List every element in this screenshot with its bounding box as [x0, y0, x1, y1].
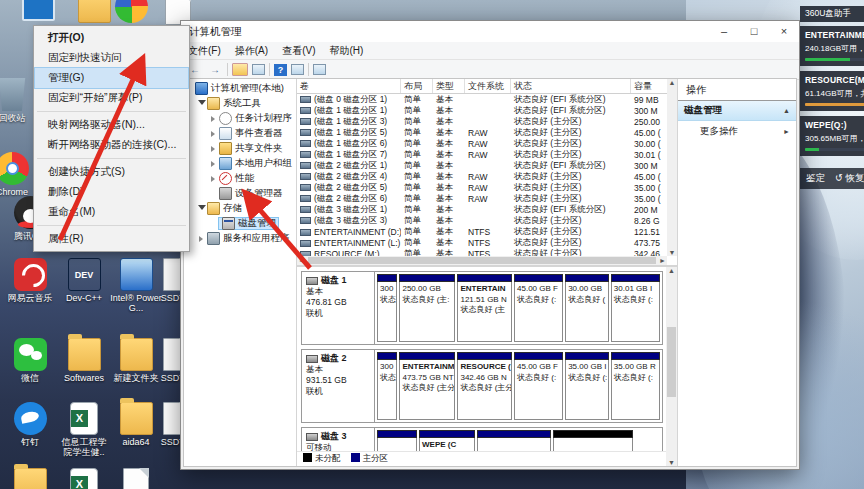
desktop-icon[interactable]: [105, 0, 157, 25]
disk-partition[interactable]: 45.00 GB F状态良好 (:: [514, 352, 563, 420]
disk-partition[interactable]: 250.00 GB状态良好 (主:: [399, 274, 455, 342]
column-header[interactable]: 状态: [511, 79, 631, 93]
disk-vertical-scrollbar[interactable]: ▲▼: [666, 267, 677, 466]
volume-row[interactable]: ENTERTAINMENT (D:)简单基本NTFS状态良好 (主分区)121.…: [297, 226, 677, 237]
disk-partition[interactable]: ENTERTAINM473.75 GB NT状态良好 (主分: [399, 352, 455, 420]
tree-item[interactable]: 存储: [184, 201, 296, 216]
menu-item[interactable]: 删除(D): [35, 182, 188, 202]
desktop-icon[interactable]: 微信: [4, 338, 56, 383]
column-header[interactable]: 卷: [297, 79, 401, 93]
volume-row[interactable]: (磁盘 1 磁盘分区 6)简单基本RAW状态良好 (主分区)30.00 (: [297, 138, 677, 149]
tree-expander-icon[interactable]: [198, 233, 206, 244]
menu-item[interactable]: 固定到“开始”屏幕(P): [35, 88, 188, 108]
tree-item[interactable]: 设备管理器: [184, 186, 296, 201]
volume-horizontal-scrollbar[interactable]: ◄►: [297, 256, 667, 265]
volume-row[interactable]: (磁盘 2 磁盘分区 4)简单基本RAW状态良好 (主分区)45.00 (: [297, 171, 677, 182]
volume-row[interactable]: (磁盘 2 磁盘分区 6)简单基本RAW状态良好 (主分区)35.00 (: [297, 193, 677, 204]
appraise-button[interactable]: 鉴定: [806, 172, 825, 185]
tree-expander-icon[interactable]: [210, 128, 218, 139]
disk-partition[interactable]: 35.00 GB I状态良好 (:: [565, 352, 609, 420]
menu-item[interactable]: 创建快捷方式(S): [35, 162, 188, 182]
desktop-icon[interactable]: [12, 0, 64, 23]
volume-row[interactable]: (磁盘 2 磁盘分区 5)简单基本RAW状态良好 (主分区)35.00 (: [297, 182, 677, 193]
window-view-icon-2[interactable]: [291, 64, 304, 75]
disk-row[interactable]: 磁盘 1基本476.81 GB联机300状态250.00 GB状态良好 (主:E…: [301, 271, 663, 345]
volume-list-panel: 卷布局类型文件系统状态容量 (磁盘 0 磁盘分区 1)简单基本状态良好 (EFI…: [297, 79, 677, 267]
restore-button[interactable]: ↺ 恢复: [835, 172, 864, 185]
desktop-icon[interactable]: DEVDev-C++: [58, 258, 110, 303]
menu-v[interactable]: 查看(V): [275, 42, 322, 60]
maximize-button[interactable]: □: [739, 21, 769, 42]
desktop-icon[interactable]: [4, 468, 56, 489]
tree-item[interactable]: 任务计划程序: [184, 111, 296, 126]
disk-partition[interactable]: RESOURCE (342.46 GB N状态良好 (主分: [457, 352, 512, 420]
volume-row[interactable]: (磁盘 3 磁盘分区 1)简单基本状态良好 (EFI 系统分区)200 M: [297, 204, 677, 215]
tree-item[interactable]: 服务和应用程序: [184, 231, 296, 246]
open-folder-icon[interactable]: [232, 63, 248, 76]
more-actions-item[interactable]: 更多操作 ►: [678, 121, 796, 142]
disk-partition[interactable]: 30.00 GB状态良好 (: [565, 274, 609, 342]
column-header[interactable]: 布局: [401, 79, 433, 93]
volume-row[interactable]: (磁盘 0 磁盘分区 1)简单基本状态良好 (EFI 系统分区)99 MB: [297, 94, 677, 105]
menu-item[interactable]: 映射网络驱动器(N)...: [35, 115, 188, 135]
scrollbar-thumb[interactable]: [667, 327, 676, 397]
volume-row[interactable]: (磁盘 1 磁盘分区 1)简单基本状态良好 (EFI 系统分区)300 M: [297, 105, 677, 116]
tree-expander-icon[interactable]: [210, 113, 218, 124]
disk-partition[interactable]: 300状态: [377, 274, 397, 342]
forward-icon[interactable]: →: [207, 63, 223, 77]
column-header[interactable]: 类型: [433, 79, 465, 93]
disk-partition[interactable]: 45.00 GB F状态良好 (:: [514, 274, 563, 342]
collapse-caret-icon[interactable]: ▲: [783, 107, 790, 114]
tree-item[interactable]: 本地用户和组: [184, 156, 296, 171]
column-header[interactable]: 容量: [631, 79, 671, 93]
tree-expander-icon[interactable]: [198, 202, 206, 216]
volume-vertical-scrollbar[interactable]: ▲▼: [667, 79, 677, 256]
actions-group-disk-management[interactable]: 磁盘管理 ▲: [678, 101, 796, 121]
tree-expander-icon[interactable]: [210, 158, 218, 169]
menu-item[interactable]: 属性(R): [35, 229, 188, 249]
help-icon[interactable]: ?: [274, 64, 287, 76]
disk-partition[interactable]: ENTERTAIN121.51 GB N状态良好 (主: [457, 274, 512, 342]
tree-expander-icon[interactable]: [210, 143, 218, 154]
menu-item[interactable]: 断开网络驱动器的连接(C)...: [35, 135, 188, 155]
volume-row[interactable]: (磁盘 1 磁盘分区 3)简单基本状态良好 (主分区)250.00: [297, 116, 677, 127]
tree-expander-icon[interactable]: [210, 173, 218, 184]
volume-row[interactable]: (磁盘 2 磁盘分区 1)简单基本状态良好 (EFI 系统分区)300 M: [297, 160, 677, 171]
desktop-icon[interactable]: 信息工程学院学生健..: [58, 402, 110, 457]
tree-expander-icon[interactable]: [198, 97, 206, 111]
menu-item[interactable]: 打开(O): [35, 28, 188, 48]
desktop-icon[interactable]: 网易云音乐: [4, 258, 56, 303]
console-icon[interactable]: [313, 64, 326, 75]
menu-a[interactable]: 操作(A): [228, 42, 275, 60]
menu-item[interactable]: 管理(G): [35, 68, 188, 88]
minimize-button[interactable]: –: [709, 21, 739, 42]
tree-item[interactable]: 事件查看器: [184, 126, 296, 141]
disk-partition[interactable]: 35.00 GB R状态良好 (:: [611, 352, 660, 420]
tree-item[interactable]: 磁盘管理: [184, 216, 296, 231]
menu-item[interactable]: 固定到快速访问: [35, 48, 188, 68]
tree-item[interactable]: 系统工具: [184, 96, 296, 111]
desktop-icon[interactable]: Softwares: [58, 338, 110, 383]
disk-row[interactable]: 磁盘 2基本931.51 GB联机300状态ENTERTAINM473.75 G…: [301, 349, 663, 423]
tree-item[interactable]: 计算机管理(本地): [184, 81, 296, 96]
disk-partition[interactable]: 300状态: [377, 352, 397, 420]
volume-row[interactable]: (磁盘 1 磁盘分区 7)简单基本RAW状态良好 (主分区)30.01 (: [297, 149, 677, 160]
tree-item[interactable]: 共享文件夹: [184, 141, 296, 156]
disk-partition[interactable]: 30.01 GB I状态良好 (:: [611, 274, 660, 342]
column-header[interactable]: 文件系统: [465, 79, 511, 93]
volume-table-header[interactable]: 卷布局类型文件系统状态容量: [297, 79, 677, 94]
menu-item[interactable]: 重命名(M): [35, 202, 188, 222]
desktop-icon[interactable]: [58, 468, 110, 489]
window-view-icon[interactable]: [252, 64, 265, 75]
desktop-icon[interactable]: 钉钉: [4, 402, 56, 447]
title-bar[interactable]: 计算机管理 – □ ×: [181, 21, 799, 42]
menu-h[interactable]: 帮助(H): [322, 42, 370, 60]
close-button[interactable]: ×: [769, 21, 799, 42]
tree-selected-item[interactable]: 磁盘管理: [218, 217, 279, 230]
volume-row[interactable]: (磁盘 3 磁盘分区 3)简单基本状态良好 (主分区)8.26 G: [297, 215, 677, 226]
volume-row[interactable]: (磁盘 1 磁盘分区 5)简单基本RAW状态良好 (主分区)45.00 (: [297, 127, 677, 138]
tree-item[interactable]: 性能: [184, 171, 296, 186]
volume-row[interactable]: ENTERTAINMENT (L:)简单基本NTFS状态良好 (主分区)473.…: [297, 237, 677, 248]
usb-drive-info: 305.65MB可用，: [805, 133, 864, 144]
desktop-icon[interactable]: [110, 468, 162, 489]
